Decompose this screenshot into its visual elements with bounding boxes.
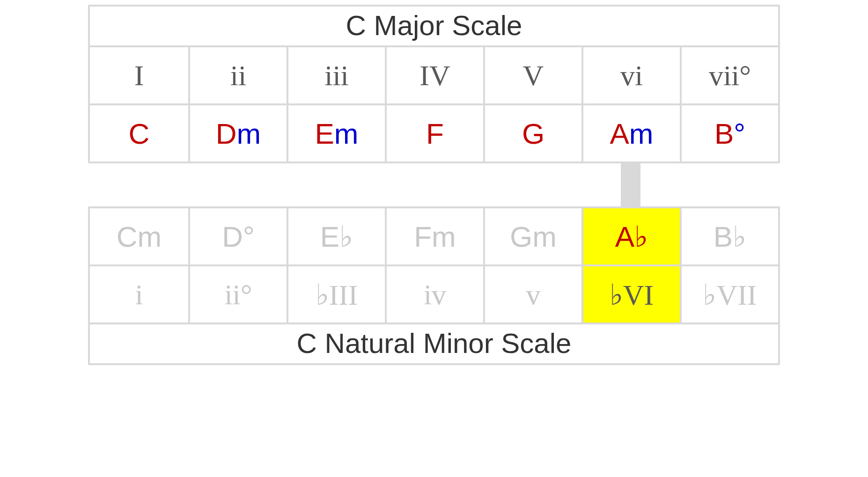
scale-comparison-diagram: C Major Scale I ii iii IV V vi vii° C Dm… xyxy=(88,5,780,365)
roman-numeral: v xyxy=(526,278,541,311)
chord-cell: G xyxy=(483,105,581,161)
roman-numeral: i xyxy=(135,278,143,311)
chord-cell: Em xyxy=(287,105,385,161)
chord-cell: B♭ xyxy=(680,208,778,264)
roman-numeral: iii xyxy=(324,59,349,92)
major-chord-row: C Dm Em F G Am B° xyxy=(90,103,778,161)
minor-chord-row: Cm D° E♭ Fm Gm A♭ B♭ xyxy=(90,208,778,264)
chord-cell: E♭ xyxy=(287,208,385,264)
roman-numeral: IV xyxy=(419,59,450,92)
roman-numeral: iv xyxy=(424,278,446,311)
chord-cell: C xyxy=(90,105,188,161)
major-title: C Major Scale xyxy=(90,7,778,47)
roman-numeral: vii° xyxy=(709,59,751,92)
chord-cell: Cm xyxy=(90,208,188,264)
chord-cell: Fm xyxy=(385,208,483,264)
roman-numeral: I xyxy=(134,59,144,92)
roman-numeral: vi xyxy=(620,59,643,92)
roman-numeral: ii xyxy=(230,59,246,92)
connector-bar xyxy=(621,163,640,206)
chord-cell: Am xyxy=(581,105,680,161)
roman-numeral: ♭VII xyxy=(703,278,757,312)
roman-numeral-highlight: ♭VI xyxy=(610,278,654,312)
major-scale-block: C Major Scale I ii iii IV V vi vii° C Dm… xyxy=(88,5,780,163)
chord-cell: Gm xyxy=(483,208,581,264)
roman-numeral: ii° xyxy=(224,278,252,311)
chord-cell: Dm xyxy=(188,105,287,161)
chord-cell-highlight: A♭ xyxy=(581,208,680,264)
roman-numeral: V xyxy=(523,59,544,92)
chord-cell: D° xyxy=(188,208,287,264)
connector-gap xyxy=(88,163,780,206)
minor-title: C Natural Minor Scale xyxy=(90,323,778,363)
minor-roman-row: i ii° ♭III iv v ♭VI ♭VII xyxy=(90,264,778,323)
chord-cell: B° xyxy=(680,105,778,161)
roman-numeral: ♭III xyxy=(316,278,358,312)
chord-cell: F xyxy=(385,105,483,161)
minor-scale-block: Cm D° E♭ Fm Gm A♭ B♭ i ii° ♭III iv v ♭VI… xyxy=(88,206,780,365)
major-roman-row: I ii iii IV V vi vii° xyxy=(90,47,778,103)
